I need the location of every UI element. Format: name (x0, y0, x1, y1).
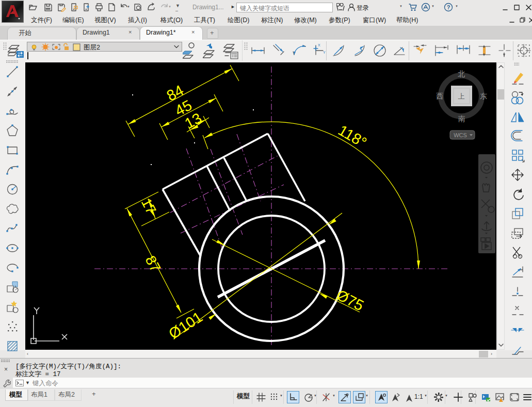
svg-text:?: ? (447, 4, 450, 10)
svg-text:Y: Y (323, 51, 326, 54)
svg-text:X: X (318, 43, 320, 47)
